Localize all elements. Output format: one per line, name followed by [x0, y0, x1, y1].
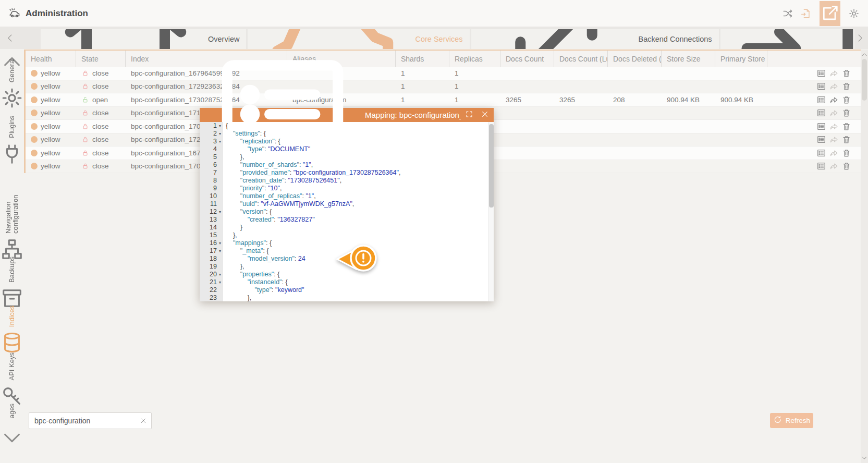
delete-index-button[interactable]: [841, 148, 851, 158]
search-input[interactable]: [33, 416, 140, 425]
tab-replication[interactable]: Replication: [720, 29, 854, 49]
modal-expand-button[interactable]: [465, 111, 473, 119]
fold-toggle-icon[interactable]: ▾: [217, 239, 223, 247]
state-cell: open: [76, 93, 126, 106]
share-index-button[interactable]: [829, 121, 839, 131]
gutter-line-number[interactable]: 21▾: [200, 278, 223, 286]
gutter-line-number: 7: [200, 169, 223, 177]
health-dot-yellow: [31, 109, 38, 116]
docs-count-lucene-cell: [554, 147, 608, 160]
gutter-line-number[interactable]: 17▾: [200, 247, 223, 255]
delete-index-button[interactable]: [841, 135, 851, 144]
show-mapping-button[interactable]: [816, 68, 826, 78]
code-line: 10 "number_of_replicas": "1",: [200, 192, 494, 200]
tab-backend-connections[interactable]: Backend Connections: [471, 29, 719, 49]
gutter-line-number[interactable]: 1▾: [200, 122, 223, 130]
show-mapping-button[interactable]: [816, 148, 826, 158]
row-actions: [767, 67, 861, 80]
sidebar-item-backups[interactable]: Backups: [0, 257, 24, 312]
share-icon[interactable]: [820, 1, 840, 26]
health-cell: yellow: [26, 120, 76, 133]
code-text: "replication": {: [223, 138, 280, 145]
health-cell: yellow: [26, 93, 76, 106]
file-export-icon[interactable]: [800, 8, 812, 19]
fold-toggle-icon[interactable]: ▾: [217, 138, 223, 145]
sidebar-item-general[interactable]: General: [0, 58, 24, 112]
gutter-line-number[interactable]: 16▾: [200, 239, 223, 247]
line-number: 13: [210, 216, 217, 224]
fold-toggle-icon[interactable]: ▾: [217, 247, 223, 255]
health-cell: yellow: [26, 147, 76, 160]
share-index-button[interactable]: [829, 68, 839, 78]
delete-index-button[interactable]: [841, 68, 851, 78]
health-label: yellow: [41, 82, 60, 90]
app-logo-car-icon: [8, 7, 21, 20]
shuffle-icon[interactable]: [782, 8, 793, 19]
clear-search-icon[interactable]: [140, 417, 147, 424]
row-actions: [767, 80, 861, 93]
gutter-line-number[interactable]: 20▾: [200, 271, 223, 278]
share-index-button[interactable]: [829, 81, 839, 91]
code-line: 12▾ "version": {: [200, 208, 494, 216]
gear-icon[interactable]: [848, 8, 860, 19]
show-mapping-button[interactable]: [816, 95, 826, 105]
modal-scrollbar-thumb[interactable]: [489, 124, 494, 208]
fold-toggle-icon[interactable]: ▾: [217, 130, 223, 138]
share-index-button[interactable]: [829, 108, 839, 118]
state-label: close: [92, 149, 109, 157]
share-index-button[interactable]: [829, 95, 839, 105]
health-cell: yellow: [26, 107, 76, 120]
sidebar-scroll-down-chevron-icon[interactable]: [0, 425, 24, 449]
health-label: yellow: [41, 96, 60, 104]
docs-count-lucene-cell: [554, 107, 608, 120]
scrollbar-thumb[interactable]: [862, 59, 867, 101]
store-size-cell: [662, 147, 715, 160]
code-line: 15 },: [200, 231, 494, 239]
table-header-row: HealthStateIndexAliasesShardsReplicasDoc…: [26, 51, 861, 67]
delete-index-button[interactable]: [841, 161, 851, 171]
code-text: "version": {: [223, 208, 272, 216]
sidebar-item-ages[interactable]: ages: [0, 404, 24, 418]
gutter-line-number[interactable]: 3▾: [200, 138, 223, 145]
fold-toggle-icon[interactable]: ▾: [217, 122, 223, 130]
sidebar-item-indices[interactable]: Indices: [0, 306, 24, 357]
share-index-button[interactable]: [829, 161, 839, 171]
row-actions: [767, 107, 861, 120]
show-mapping-button[interactable]: [816, 108, 826, 118]
store-size-cell: [662, 67, 715, 80]
sidebar-item-navigation-configuration[interactable]: Navigation configuration: [0, 171, 24, 263]
tabs-scroll-left-chevron-icon[interactable]: [4, 27, 16, 49]
row-actions: [767, 160, 861, 173]
modal-scrollbar[interactable]: [488, 122, 494, 301]
modal-close-button[interactable]: [481, 111, 489, 119]
fold-toggle-icon[interactable]: ▾: [217, 278, 223, 286]
fold-toggle-icon[interactable]: ▾: [217, 208, 223, 216]
state-cell: close: [76, 133, 126, 147]
code-line: 14 }: [200, 224, 494, 231]
scroll-up-arrow-icon[interactable]: [861, 51, 868, 58]
delete-index-button[interactable]: [841, 108, 851, 118]
delete-index-button[interactable]: [841, 81, 851, 91]
gutter-line-number[interactable]: 2▾: [200, 130, 223, 138]
gutter-line-number: 11: [200, 200, 223, 208]
column-header-docs-count-lu: Docs Count (Lu: [554, 51, 608, 67]
show-mapping-button[interactable]: [816, 161, 826, 171]
gutter-line-number[interactable]: 12▾: [200, 208, 223, 216]
share-index-button[interactable]: [829, 135, 839, 144]
sidebar-item-api-keys[interactable]: API Keys: [0, 352, 24, 410]
scroll-down-arrow-icon[interactable]: [861, 454, 868, 461]
show-mapping-button[interactable]: [816, 121, 826, 131]
line-number: 18: [210, 255, 217, 263]
fold-toggle-icon[interactable]: ▾: [217, 271, 223, 278]
primary-store-size-cell: [715, 120, 767, 133]
sidebar-item-plugins[interactable]: Plugins: [0, 116, 24, 168]
main-scrollbar[interactable]: [861, 50, 868, 463]
share-index-button[interactable]: [829, 148, 839, 158]
refresh-button[interactable]: Refresh: [770, 413, 813, 428]
tabs-scroll-right-chevron-icon[interactable]: [854, 27, 866, 49]
show-mapping-button[interactable]: [816, 135, 826, 144]
docs-deleted-cell: 208: [608, 93, 662, 106]
delete-index-button[interactable]: [841, 95, 851, 105]
delete-index-button[interactable]: [841, 121, 851, 131]
show-mapping-button[interactable]: [816, 81, 826, 91]
